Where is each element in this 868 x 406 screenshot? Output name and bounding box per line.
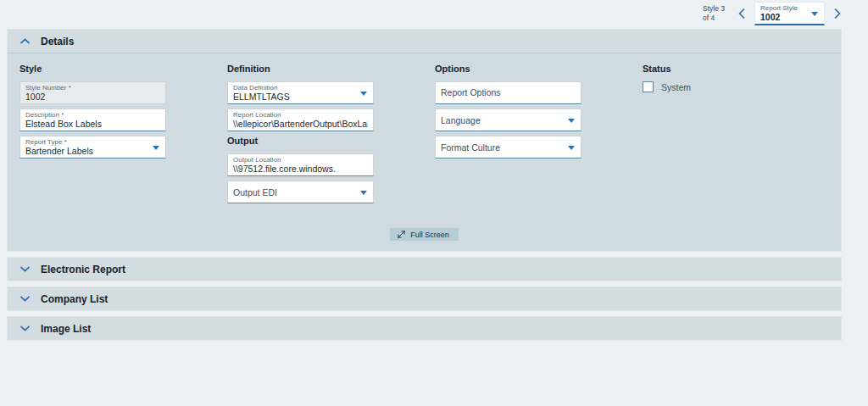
full-screen-button[interactable]: Full Screen [390,228,459,241]
full-screen-label: Full Screen [410,231,449,239]
status-group-title: Status [643,64,778,74]
dropdown-arrow-icon [360,191,367,195]
report-type-select[interactable]: Report Type * Bartender Labels [19,136,166,159]
chevron-down-icon [20,296,30,302]
image-list-section-header[interactable]: Image List [7,316,842,341]
details-section-title: Details [41,36,74,47]
image-list-title: Image List [41,323,91,335]
style-number-field: Style Number * [19,81,166,104]
company-list-title: Company List [41,293,108,305]
data-definition-value: ELLMTLTAGS [233,92,368,103]
description-field[interactable]: Description * [19,108,166,131]
definition-group: Definition Data Definition ELLMTLTAGS Re… [227,60,374,208]
details-body: Style Style Number * Description * Repor… [8,53,841,251]
output-edi-placeholder: Output EDI [233,187,277,197]
dropdown-arrow-icon [568,119,575,123]
data-definition-label: Data Definition [233,84,368,92]
status-group: Status System [643,60,778,92]
record-navigator: Style 3 of 4 Report Style 1002 [703,2,844,25]
output-location-label: Output Location [233,156,368,164]
output-group-title: Output [227,136,374,146]
system-checkbox-row[interactable]: System [643,81,778,92]
dropdown-arrow-icon [811,12,818,16]
chevron-right-icon [834,8,841,19]
details-section-header[interactable]: Details [8,30,841,53]
chevron-down-icon [20,266,30,272]
report-type-label: Report Type * [25,138,160,146]
system-checkbox-label: System [661,82,691,92]
report-location-input[interactable] [233,119,368,130]
style-number-input [25,92,160,103]
format-culture-placeholder: Format Culture [441,142,500,153]
options-group: Options Language Format Culture [435,60,581,163]
chevron-down-icon [20,325,30,331]
output-location-input[interactable] [233,164,368,175]
report-options-field[interactable] [435,81,581,104]
report-style-select[interactable]: Report Style 1002 [754,2,825,25]
style-group-title: Style [19,64,166,74]
details-section: Details Style Style Number * Description… [7,29,842,252]
report-location-field[interactable]: Report Location [227,108,374,131]
electronic-report-title: Electronic Report [41,264,125,275]
record-pager: Style 3 of 4 [703,4,725,23]
fullscreen-row: Full Screen [19,228,829,241]
pager-line1: Style 3 [703,4,725,14]
output-edi-select[interactable]: Output EDI [227,181,374,203]
details-columns: Style Style Number * Description * Repor… [19,60,841,208]
previous-record-button[interactable] [735,5,748,22]
dropdown-arrow-icon [360,92,367,96]
style-number-label: Style Number * [25,84,160,92]
report-options-input[interactable] [441,87,576,98]
pager-line2: of 4 [703,14,725,23]
report-type-value: Bartender Labels [25,146,160,157]
next-record-button[interactable] [831,5,844,22]
dropdown-arrow-icon [568,146,575,150]
description-input[interactable] [25,119,160,130]
chevron-up-icon [20,38,30,44]
language-select[interactable]: Language [435,108,581,131]
data-definition-select[interactable]: Data Definition ELLMTLTAGS [227,81,374,104]
output-location-field[interactable]: Output Location [227,153,374,176]
definition-group-title: Definition [227,64,374,74]
expand-icon [398,231,405,238]
report-location-label: Report Location [233,111,368,119]
format-culture-select[interactable]: Format Culture [435,136,581,159]
language-placeholder: Language [441,115,481,125]
dropdown-arrow-icon [153,146,159,150]
page: Style 3 of 4 Report Style 1002 [0,0,868,406]
top-bar: Style 3 of 4 Report Style 1002 [0,0,868,29]
options-group-title: Options [435,64,581,74]
company-list-section-header[interactable]: Company List [7,286,842,311]
description-label: Description * [25,111,160,119]
chevron-left-icon [738,8,745,19]
system-checkbox[interactable] [643,81,654,92]
style-group: Style Style Number * Description * Repor… [19,60,166,163]
electronic-report-section-header[interactable]: Electronic Report [7,257,842,281]
